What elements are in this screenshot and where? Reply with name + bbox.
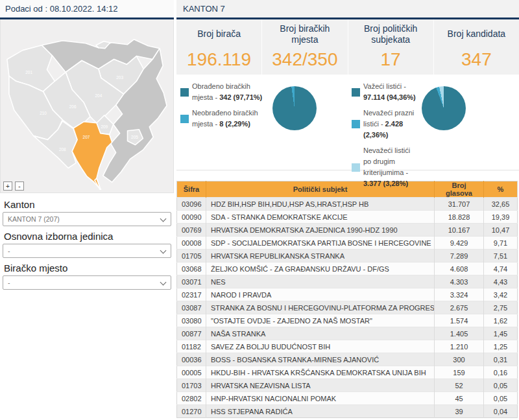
- cell-subjekt: STRANKA ZA BOSNU I HERCEGOVINU-PLATFORMA…: [206, 301, 435, 314]
- legend-text: Važeći listići - 97.114 (94,36%): [363, 81, 418, 103]
- legend-item: Važeći listići - 97.114 (94,36%): [352, 81, 418, 103]
- stations-pie-chart: [272, 86, 317, 130]
- cell-subjekt: NES: [206, 275, 435, 288]
- stat-value: 17: [381, 51, 401, 69]
- legend-item: Obrađeno biračkih mjesta - 342 (97,71%): [180, 81, 271, 103]
- stat-value: 347: [461, 51, 492, 69]
- table-row: 00008 SDP - SOCIJALDEMOKRATSKA PARTIJA B…: [177, 237, 518, 250]
- cell-pct: 0,31: [484, 353, 518, 366]
- cell-glasova: 31.707: [435, 198, 484, 211]
- table-row: 01270 HSS STJEPANA RADIĆA 39 0,04: [177, 405, 518, 418]
- cell-pct: 4,43: [484, 275, 518, 288]
- table-row: 00090 SDA - STRANKA DEMOKRATSKE AKCIJE 1…: [177, 211, 518, 224]
- izborna-jedinica-select[interactable]: -: [3, 244, 171, 258]
- results-table-body: 03096 HDZ BIH,HSP BIH,HDU,HSP AS,HRAST,H…: [177, 198, 518, 418]
- stat-value: 196.119: [187, 51, 251, 69]
- biracko-mjesto-label: Biračko mjesto: [4, 262, 170, 274]
- legend-text: Neobrađeno biračkih mjesta - 8 (2,29%): [192, 108, 271, 130]
- map-zoom-in-button[interactable]: +: [3, 181, 12, 191]
- izborna-jedinica-label: Osnovna izborna jedinica: [4, 231, 170, 242]
- map-label-201: 201: [25, 70, 32, 75]
- table-row: 02802 HNP-HRVATSKI NACIONALNI POMAK 45 0…: [177, 392, 518, 405]
- table-row: 03096 HDZ BIH,HSP BIH,HDU,HSP AS,HRAST,H…: [177, 198, 518, 211]
- stat-label: Broj političkih subjekata: [348, 19, 433, 49]
- cell-subjekt: SDP - SOCIJALDEMOKRATSKA PARTIJA BOSNE I…: [206, 237, 435, 250]
- cell-glasova: 3.324: [435, 288, 484, 301]
- table-row: 01705 HRVATSKA REPUBLIKANSKA STRANKA 7.2…: [177, 250, 518, 262]
- cell-pct: 0,05: [484, 392, 518, 405]
- cell-pct: 10,47: [484, 224, 518, 237]
- column-header-sifra: Šifra: [177, 181, 206, 198]
- kanton-select[interactable]: KANTON 7 (207): [3, 212, 171, 226]
- cell-pct: 9,71: [484, 237, 518, 250]
- table-row: 00877 NAŠA STRANKA 1.405 1,45: [177, 327, 518, 340]
- cell-sifra: 03080: [177, 314, 206, 327]
- cell-sifra: 02317: [177, 288, 206, 301]
- cell-subjekt: HRVATSKA NEZAVISNA LISTA: [206, 379, 435, 392]
- legend-text: Nevažeći prazni listići - 2.428 (2,36%): [363, 108, 418, 141]
- table-row: 03068 ŽELJKO KOMŠIĆ - ZA GRAĐANSKU DRŽAV…: [177, 262, 518, 275]
- cell-subjekt: ŽELJKO KOMŠIĆ - ZA GRAĐANSKU DRŽAVU - DF…: [206, 262, 435, 275]
- table-row: 01703 HRVATSKA NEZAVISNA LISTA 52 0,05: [177, 379, 518, 392]
- legend-swatch-icon: [352, 88, 360, 97]
- cell-glasova: 9.429: [435, 237, 484, 250]
- cell-sifra: 03071: [177, 275, 206, 288]
- cell-glasova: 18.828: [435, 211, 484, 224]
- kanton-label: Kanton: [4, 199, 170, 210]
- cell-subjekt: BOSS - BOSANSKA STRANKA-MIRNES AJANOVIĆ: [206, 353, 435, 366]
- cell-subjekt: SAVEZ ZA BOLJU BUDUĆNOST BIH: [206, 340, 435, 353]
- cell-glasova: 52: [435, 379, 484, 392]
- cell-sifra: 01703: [177, 379, 206, 392]
- cell-pct: 2,75: [484, 301, 518, 314]
- cell-glasova: 159: [435, 366, 484, 379]
- cell-pct: 3,42: [484, 288, 518, 301]
- cell-subjekt: HRVATSKA DEMOKRATSKA ZAJEDNICA 1990-HDZ …: [206, 224, 435, 237]
- cell-sifra: 00877: [177, 327, 206, 340]
- stats-row: Broj birača 196.119 Broj biračkih mjesta…: [176, 19, 519, 75]
- map-zoom-out-button[interactable]: -: [15, 181, 24, 191]
- cell-subjekt: HRVATSKA REPUBLIKANSKA STRANKA: [206, 250, 435, 262]
- kanton-select-wrap: KANTON 7 (207): [3, 212, 171, 226]
- map-label-205: 205: [131, 135, 138, 139]
- cell-sifra: 03068: [177, 262, 206, 275]
- cell-subjekt: NAŠA STRANKA: [206, 327, 435, 340]
- cell-pct: 1,45: [484, 327, 518, 340]
- izborna-jedinica-select-wrap: -: [3, 244, 171, 258]
- cell-sifra: 02802: [177, 392, 206, 405]
- map-label-204: 204: [95, 93, 102, 98]
- map-label-209: 209: [101, 124, 108, 129]
- cell-sifra: 03087: [177, 301, 206, 314]
- canton-title-header: KANTON 7: [176, 0, 519, 19]
- legend-item: Nevažeći prazni listići - 2.428 (2,36%): [352, 108, 418, 141]
- legend-swatch-icon: [180, 88, 189, 97]
- legend-text: Obrađeno biračkih mjesta - 342 (97,71%): [192, 81, 271, 103]
- cell-glasova: 45: [435, 392, 484, 405]
- data-timestamp-header: Podaci od : 08.10.2022. 14:12: [0, 0, 174, 19]
- legend-item: Nevažeći listići po drugim kriterijumima…: [352, 145, 418, 189]
- stat-label: Broj birača: [186, 19, 252, 49]
- cell-glasova: 2.675: [435, 301, 484, 314]
- cell-pct: 0,16: [484, 366, 518, 379]
- data-timestamp: Podaci od : 08.10.2022. 14:12: [5, 4, 117, 14]
- table-row: 03080 "OSTAJTE OVDJE - ZAJEDNO ZA NAŠ MO…: [177, 314, 518, 327]
- biracko-mjesto-select[interactable]: -: [3, 275, 171, 290]
- cell-subjekt: HDZ BIH,HSP BIH,HDU,HSP AS,HRAST,HSP HB: [206, 198, 435, 211]
- cell-sifra: 00769: [177, 224, 206, 237]
- right-panel: KANTON 7 Broj birača 196.119 Broj biračk…: [176, 0, 519, 420]
- stat-card: Broj birača 196.119: [176, 19, 262, 75]
- cell-glasova: 10.167: [435, 224, 484, 237]
- cell-sifra: 01182: [177, 340, 206, 353]
- ballots-pie-chart: [422, 86, 466, 130]
- cell-sifra: 01270: [177, 405, 206, 418]
- stat-label: Broj kandidata: [436, 19, 518, 49]
- cell-pct: 1,62: [484, 314, 518, 327]
- canton-map-panel: 201 203 204 205 206 207 208 209 210 + -: [0, 19, 174, 193]
- table-row: 00769 HRVATSKA DEMOKRATSKA ZAJEDNICA 199…: [177, 224, 518, 237]
- cell-subjekt: HNP-HRVATSKI NACIONALNI POMAK: [206, 392, 435, 405]
- cell-sifra: 01705: [177, 250, 206, 262]
- legend-item: Neobrađeno biračkih mjesta - 8 (2,29%): [180, 108, 271, 130]
- filter-form: Kanton KANTON 7 (207) Osnovna izborna je…: [0, 193, 174, 290]
- cell-pct: 0,04: [484, 405, 518, 418]
- cell-pct: 19,39: [484, 211, 518, 224]
- table-row: 03087 STRANKA ZA BOSNU I HERCEGOVINU-PLA…: [177, 301, 518, 314]
